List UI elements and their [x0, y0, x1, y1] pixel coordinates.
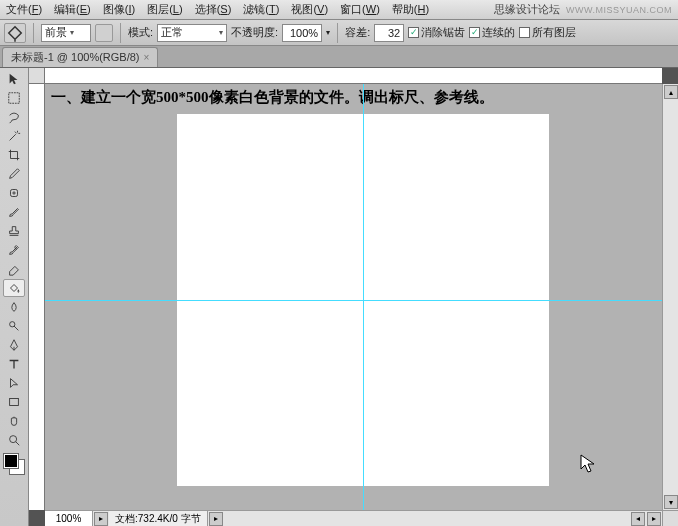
- doc-info[interactable]: 文档:732.4K/0 字节: [109, 511, 208, 526]
- tool-blur[interactable]: [3, 298, 25, 316]
- options-bar: 前景▾ 模式: 正常▾ 不透明度: 100% ▾ 容差: 32 ✓消除锯齿 ✓连…: [0, 20, 678, 46]
- antialias-checkbox[interactable]: ✓消除锯齿: [408, 25, 465, 40]
- tool-text[interactable]: [3, 355, 25, 373]
- scroll-down-icon[interactable]: ▾: [664, 495, 678, 509]
- zoom-field[interactable]: 100%: [45, 511, 93, 526]
- tolerance-label: 容差:: [345, 25, 370, 40]
- tool-eraser[interactable]: [3, 260, 25, 278]
- menu-view[interactable]: 视图(V): [291, 2, 328, 17]
- fg-color[interactable]: [4, 454, 18, 468]
- fill-dropdown[interactable]: 前景▾: [41, 24, 91, 42]
- status-bar: 100% ▸ 文档:732.4K/0 字节 ▸ ◂ ▸: [45, 510, 662, 526]
- tab-title: 未标题-1 @ 100%(RGB/8): [11, 50, 140, 65]
- ruler-vertical[interactable]: [29, 84, 45, 510]
- tool-zoom[interactable]: [3, 431, 25, 449]
- mode-dropdown[interactable]: 正常▾: [157, 24, 227, 42]
- tutorial-annotation: 一、建立一个宽500*500像素白色背景的文件。调出标尺、参考线。: [51, 88, 494, 107]
- document-tab[interactable]: 未标题-1 @ 100%(RGB/8) ×: [2, 47, 158, 67]
- tool-bucket[interactable]: [3, 279, 25, 297]
- brand-text: 思缘设计论坛: [494, 2, 560, 17]
- scroll-left-icon[interactable]: ◂: [631, 512, 645, 526]
- zoom-arrow-icon[interactable]: ▸: [94, 512, 108, 526]
- menu-layer[interactable]: 图层(L): [147, 2, 182, 17]
- contiguous-checkbox[interactable]: ✓连续的: [469, 25, 515, 40]
- document-tab-bar: 未标题-1 @ 100%(RGB/8) ×: [0, 46, 678, 68]
- fill-label: 前景: [45, 25, 67, 40]
- opacity-field[interactable]: 100%: [282, 24, 322, 42]
- tool-history-brush[interactable]: [3, 241, 25, 259]
- scroll-right-icon[interactable]: ▸: [647, 512, 661, 526]
- tool-move[interactable]: [3, 70, 25, 88]
- opacity-arrow-icon[interactable]: ▾: [326, 28, 330, 37]
- mode-value: 正常: [161, 25, 183, 40]
- main-area: 一、建立一个宽500*500像素白色背景的文件。调出标尺、参考线。 ▴ ▾ 10…: [0, 68, 678, 526]
- guide-vertical[interactable]: [363, 84, 364, 510]
- tool-healing[interactable]: [3, 184, 25, 202]
- menu-help[interactable]: 帮助(H): [392, 2, 429, 17]
- tool-brush[interactable]: [3, 203, 25, 221]
- menu-select[interactable]: 选择(S): [195, 2, 232, 17]
- tool-palette: [0, 68, 29, 526]
- tool-marquee[interactable]: [3, 89, 25, 107]
- brand-url: WWW.MISSYUAN.COM: [566, 5, 672, 15]
- pattern-swatch[interactable]: [95, 24, 113, 42]
- svg-point-4: [10, 436, 17, 443]
- menu-image[interactable]: 图像(I): [103, 2, 135, 17]
- tool-lasso[interactable]: [3, 108, 25, 126]
- menu-file[interactable]: 文件(F): [6, 2, 42, 17]
- mode-label: 模式:: [128, 25, 153, 40]
- tool-shape[interactable]: [3, 393, 25, 411]
- tool-stamp[interactable]: [3, 222, 25, 240]
- close-icon[interactable]: ×: [144, 52, 150, 63]
- tool-pen[interactable]: [3, 336, 25, 354]
- tool-path-select[interactable]: [3, 374, 25, 392]
- menu-bar: 文件(F) 编辑(E) 图像(I) 图层(L) 选择(S) 滤镜(T) 视图(V…: [0, 0, 678, 20]
- svg-rect-0: [9, 93, 20, 104]
- tool-eyedropper[interactable]: [3, 165, 25, 183]
- ruler-horizontal[interactable]: [45, 68, 662, 84]
- opacity-label: 不透明度:: [231, 25, 278, 40]
- menu-filter[interactable]: 滤镜(T): [243, 2, 279, 17]
- tool-crop[interactable]: [3, 146, 25, 164]
- tool-hand[interactable]: [3, 412, 25, 430]
- menu-window[interactable]: 窗口(W): [340, 2, 380, 17]
- all-layers-checkbox[interactable]: 所有图层: [519, 25, 576, 40]
- active-tool-icon[interactable]: [4, 23, 26, 43]
- scrollbar-corner: [662, 510, 678, 526]
- guide-horizontal[interactable]: [45, 300, 662, 301]
- docinfo-arrow-icon[interactable]: ▸: [209, 512, 223, 526]
- workspace: 一、建立一个宽500*500像素白色背景的文件。调出标尺、参考线。 ▴ ▾ 10…: [29, 68, 678, 526]
- scrollbar-vertical[interactable]: ▴ ▾: [662, 84, 678, 510]
- tolerance-field[interactable]: 32: [374, 24, 404, 42]
- canvas-viewport[interactable]: 一、建立一个宽500*500像素白色背景的文件。调出标尺、参考线。: [45, 84, 662, 510]
- ruler-origin[interactable]: [29, 68, 45, 84]
- tool-wand[interactable]: [3, 127, 25, 145]
- menu-edit[interactable]: 编辑(E): [54, 2, 91, 17]
- svg-rect-3: [10, 399, 19, 406]
- tool-dodge[interactable]: [3, 317, 25, 335]
- color-swatch[interactable]: [4, 454, 24, 474]
- scroll-up-icon[interactable]: ▴: [664, 85, 678, 99]
- cursor-icon: [580, 454, 596, 478]
